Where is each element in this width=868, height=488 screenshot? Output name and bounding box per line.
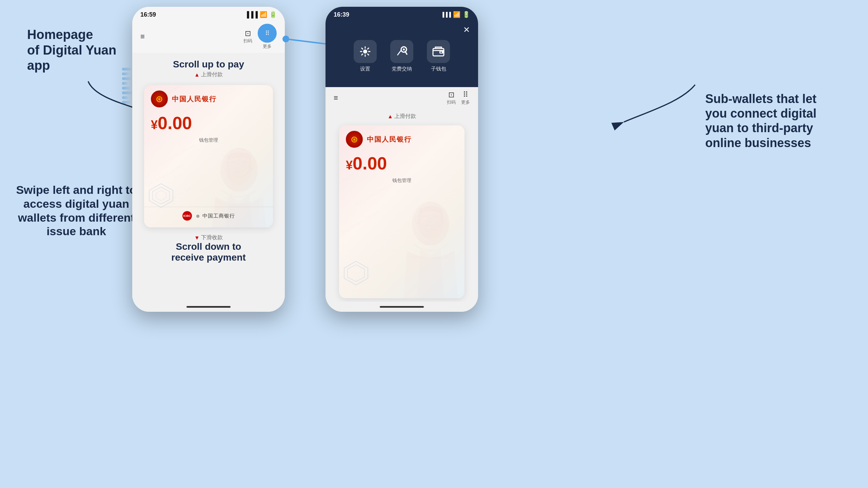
left-more-icon: ⠿ — [265, 29, 270, 37]
right-scan-label: 扫码 — [447, 99, 456, 105]
annotation-subwallets-text: Sub-wallets that let you connect digital… — [705, 92, 816, 150]
annotation-swipe: Swipe left and right to access digital y… — [14, 183, 139, 238]
right-subwallet-circle — [427, 40, 450, 63]
left-icbc-text: 中国工商银行 — [202, 213, 235, 219]
right-phone-nav: ≡ ⊡ 扫码 ⠿ 更多 — [326, 87, 478, 109]
right-bank-name: 中国人民银行 — [367, 135, 412, 144]
right-subwallet-label: 子钱包 — [431, 66, 446, 72]
right-phone-time: 16:39 — [334, 11, 349, 18]
left-geo-pattern — [147, 182, 175, 210]
right-popup-subwallet[interactable]: 子钱包 — [427, 40, 450, 72]
left-yuan-amount: ¥0.00 — [144, 110, 273, 136]
left-scan-wrapper[interactable]: ⊡ 扫码 — [243, 29, 252, 44]
right-popup-settings[interactable]: 设置 — [354, 40, 377, 72]
right-battery-icon: 🔋 — [462, 11, 470, 18]
left-scroll-down-subtitle: ▼ 下滑收款 — [194, 234, 223, 241]
left-bank-name: 中国人民银行 — [172, 95, 217, 104]
right-scroll-up-cn: 上滑付款 — [394, 113, 416, 120]
left-scroll-up: Scroll up to pay ▲ 上滑付款 — [173, 53, 244, 82]
left-phone-nav: ≡ ⊡ 扫码 ⠿ 更多 — [132, 20, 285, 53]
right-nav-right: ⊡ 扫码 ⠿ 更多 — [447, 90, 470, 105]
svg-point-27 — [425, 226, 427, 227]
right-geo-pattern — [342, 260, 370, 288]
right-more-wrapper[interactable]: ⠿ 更多 — [461, 90, 470, 105]
svg-point-18 — [403, 48, 405, 50]
left-scan-icon: ⊡ — [245, 29, 251, 38]
left-menu-icon[interactable]: ≡ — [140, 32, 145, 41]
left-phone-status-icons: ▐▐▐ 📶 🔋 — [245, 11, 277, 18]
right-amount-value: ¥0.00 — [346, 154, 387, 173]
svg-point-21 — [440, 52, 442, 53]
right-yuan-symbol: ¥ — [346, 158, 353, 172]
battery-icon: 🔋 — [269, 11, 277, 18]
right-menu-icon[interactable]: ≡ — [334, 94, 338, 102]
right-popup-icons: 设置 党费交纳 — [326, 35, 478, 79]
svg-point-7 — [234, 172, 235, 173]
annotation-homepage: Homepage of Digital Yuan app — [27, 27, 142, 74]
right-wallet-mgmt[interactable]: 钱包管理 — [339, 176, 465, 185]
right-phone-main: ≡ ⊡ 扫码 ⠿ 更多 ▲ 上滑付款 — [326, 87, 478, 302]
right-yuan-amount: ¥0.00 — [339, 150, 465, 176]
left-scroll-down-title: Scroll down to receive payment — [171, 241, 245, 263]
left-more-wrapper[interactable]: ⠿ 更多 — [258, 24, 277, 49]
left-pboc-seal: ⊛ — [151, 90, 168, 107]
left-amount-value: ¥0.00 — [151, 113, 192, 133]
svg-point-16 — [363, 49, 367, 54]
right-scroll-up-subtitle: ▲ 上滑付款 — [388, 113, 416, 120]
left-more-circle[interactable]: ⠿ — [258, 24, 277, 43]
left-phone-status-bar: 16:59 ▐▐▐ 📶 🔋 — [132, 7, 285, 20]
left-yuan-card[interactable]: 20元 数字人民币 20元 数字人民币 1055 Beta 1055 Beta … — [144, 85, 273, 227]
left-yuan-symbol: ¥ — [151, 118, 158, 132]
signal-icon: ▐▐▐ — [245, 11, 258, 18]
left-card-header: ⊛ 中国人民银行 — [144, 85, 273, 110]
right-more-label: 更多 — [461, 99, 470, 105]
right-phone: 16:39 ▐▐▐ 📶 🔋 ✕ — [326, 7, 478, 312]
right-popup: ✕ 设置 — [326, 20, 478, 87]
left-scroll-down-title-2: receive payment — [171, 252, 245, 263]
right-wifi-icon: 📶 — [453, 11, 460, 18]
left-phone-time: 16:59 — [140, 11, 156, 18]
right-party-circle — [390, 40, 413, 63]
right-pboc-seal: ⊛ — [346, 131, 363, 148]
right-settings-label: 设置 — [360, 66, 370, 72]
left-scroll-down-cn: 下滑收款 — [201, 234, 223, 241]
left-nav-right: ⊡ 扫码 ⠿ 更多 — [243, 24, 277, 49]
left-icbc-logo: ICBC — [182, 211, 192, 221]
right-phone-status-bar: 16:39 ▐▐▐ 📶 🔋 — [326, 7, 478, 20]
left-scan-label: 扫码 — [243, 38, 252, 44]
left-scroll-down: ▼ 下滑收款 Scroll down to receive payment — [171, 231, 245, 268]
svg-marker-11 — [153, 187, 170, 204]
right-scroll-up: ▲ 上滑付款 — [388, 109, 416, 122]
left-scroll-up-cn: 上滑付款 — [201, 71, 223, 78]
left-amount-number: 0.00 — [158, 113, 192, 133]
right-popup-party[interactable]: 党费交纳 — [390, 40, 413, 72]
right-phone-status-icons: ▐▐▐ 📶 🔋 — [441, 11, 470, 18]
right-card-header: ⊛ 中国人民银行 — [339, 125, 465, 150]
annotation-swipe-text: Swipe left and right to access digital y… — [16, 183, 136, 238]
right-more-icon: ⠿ — [463, 90, 468, 99]
annotation-subwallets: Sub-wallets that let you connect digital… — [705, 92, 841, 150]
right-mao-portrait — [397, 214, 465, 298]
left-scroll-down-title-1: Scroll down to — [176, 241, 241, 252]
right-phone-body: 16:39 ▐▐▐ 📶 🔋 ✕ — [326, 7, 478, 312]
right-home-indicator — [326, 302, 478, 312]
annotation-homepage-line2: of Digital Yuan app — [27, 43, 116, 73]
right-amount-number: 0.00 — [353, 154, 387, 173]
left-phone-body: 16:59 ▐▐▐ 📶 🔋 ≡ ⊡ 扫码 ⠿ 更多 — [132, 7, 285, 312]
right-popup-close[interactable]: ✕ — [463, 25, 470, 35]
left-home-bar — [186, 306, 231, 308]
right-scan-wrapper[interactable]: ⊡ 扫码 — [447, 90, 456, 105]
wifi-icon: 📶 — [260, 11, 267, 18]
svg-marker-31 — [348, 265, 364, 282]
right-yuan-card[interactable]: 20元 数字人民币 20元 数字人民币 1055 Beta 1055 Beta … — [339, 125, 465, 298]
left-scroll-up-subtitle: ▲ 上滑付款 — [194, 71, 223, 78]
right-popup-header: ✕ — [326, 20, 478, 35]
svg-marker-12 — [156, 190, 166, 201]
left-phone: 16:59 ▐▐▐ 📶 🔋 ≡ ⊡ 扫码 ⠿ 更多 — [132, 7, 285, 312]
right-home-bar — [380, 306, 424, 308]
annotation-homepage-line1: Homepage — [27, 27, 93, 42]
subwallets-arrow — [620, 81, 705, 125]
right-signal-icon: ▐▐▐ — [441, 12, 451, 17]
side-stripes — [122, 68, 133, 104]
left-more-label: 更多 — [263, 43, 272, 49]
